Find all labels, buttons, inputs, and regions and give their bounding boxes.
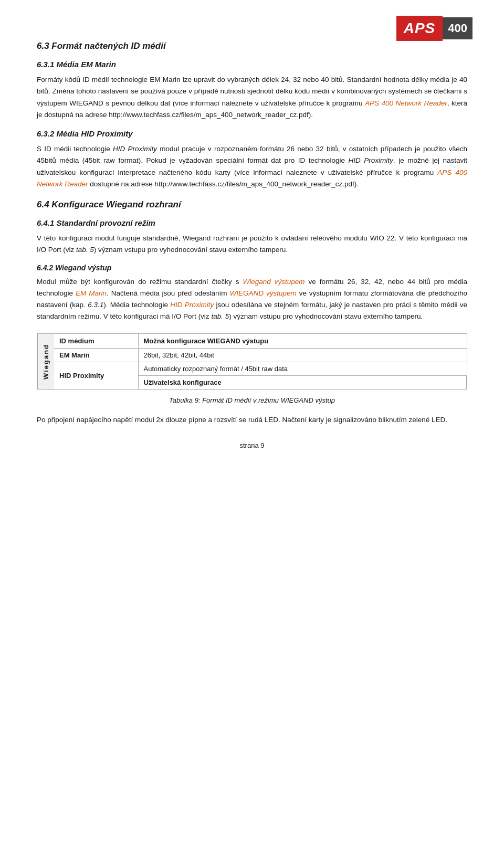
section-6-4-2-title: 6.4.2 Wiegand výstup xyxy=(37,264,467,272)
em-marin-config: 26bit, 32bit, 42bit, 44bit xyxy=(138,348,467,362)
wiegand-table-wrapper: Wiegand ID médium Možná konfigurace WIEG… xyxy=(37,333,467,390)
section-6-4-2-text7: ) význam vstupu pro vyhodnocování stavu … xyxy=(229,312,423,320)
section-6-4-2-em-marin: EM Marin xyxy=(76,289,107,297)
section-6-3-1-aps-link: APS 400 Network Reader xyxy=(365,99,447,107)
section-6-4-1-text2: ) význam vstupu pro vyhodnocování stavu … xyxy=(94,246,288,254)
col1-header: ID médium xyxy=(54,334,138,349)
section-6-4-2-text5: ). Média technologie xyxy=(103,301,170,309)
section-6-4-2-hid: HID Proximity xyxy=(170,301,214,309)
section-6-4-2-tab-ref: tab. 5 xyxy=(211,312,229,320)
section-6-3-title: 6.3 Formát načtených ID médií xyxy=(37,41,467,51)
hid-config-2: Uživatelská konfigurace xyxy=(138,375,467,389)
em-marin-label: EM Marin xyxy=(54,348,138,362)
section-6-4-2-text3: . Načtená média jsou před odesláním xyxy=(107,289,230,297)
page: APS 400 6.3 Formát načtených ID médií 6.… xyxy=(0,0,504,491)
section-6-4-title: 6.4 Konfigurace Wiegand rozhraní xyxy=(37,199,467,210)
section-6-4-2-wiegand2: WIEGAND výstupem xyxy=(229,289,296,297)
section-6-4-1-para: V této konfiguraci modul funguje standar… xyxy=(37,233,467,256)
section-6-3-2-text5: ). xyxy=(354,180,359,188)
section-6-3-1-para: Formáty kódů ID médií technologie EM Mar… xyxy=(37,74,467,121)
hid-proximity-label: HID Proximity xyxy=(54,362,138,389)
logo-aps: APS xyxy=(396,16,443,41)
section-6-3-2-url: http://www.techfass.cz/files/m_aps_400_n… xyxy=(154,180,354,188)
logo-400: 400 xyxy=(443,17,472,39)
table-inner: ID médium Možná konfigurace WIEGAND výst… xyxy=(54,334,467,389)
section-6-4-2-para: Modul může být konfigurován do režimu st… xyxy=(37,276,467,323)
section-6-4-1-tab-ref: tab. 5 xyxy=(76,246,94,254)
section-6-4-2-kap-ref: 6.3.1 xyxy=(88,301,103,309)
hid-row-1: HID Proximity Automaticky rozpoznaný for… xyxy=(54,362,467,375)
section-6-3-2-title: 6.3.2 Média HID Proximity xyxy=(37,129,467,138)
closing-para: Po připojení napájecího napětí modul 2x … xyxy=(37,414,467,426)
section-6-4-2-text1: Modul může být konfigurován do režimu st… xyxy=(37,278,243,286)
section-6-3-1-para-end: ). xyxy=(309,111,313,119)
section-6-3-2-text4: dostupné na adrese xyxy=(88,180,155,188)
wiegand-table: ID médium Možná konfigurace WIEGAND výst… xyxy=(54,334,467,389)
section-6-4-2-wiegand1: Wiegand výstupem xyxy=(243,278,305,286)
section-6-4-1-title: 6.4.1 Standardní provozní režim xyxy=(37,218,467,227)
col2-header: Možná konfigurace WIEGAND výstupu xyxy=(138,334,467,349)
section-6-3-1-url: http://www.techfass.cz/files/m_aps_400_n… xyxy=(109,111,308,119)
logo-area: APS 400 xyxy=(396,16,472,41)
wiegand-label: Wiegand xyxy=(37,334,54,389)
section-6-3-2-text1: S ID médii technologie xyxy=(37,145,113,153)
table-caption: Tabulka 9: Formát ID médií v režimu WIEG… xyxy=(37,395,467,406)
section-6-3-2-para: S ID médii technologie HID Proximity mod… xyxy=(37,143,467,190)
em-marin-row: EM Marin 26bit, 32bit, 42bit, 44bit xyxy=(54,348,467,362)
page-number: strana 9 xyxy=(37,441,467,449)
section-6-3-2-hid2: HID Proximity xyxy=(349,156,393,164)
hid-config-1: Automaticky rozpoznaný formát / 45bit ra… xyxy=(138,362,467,375)
logo-box: APS 400 xyxy=(396,16,472,41)
section-6-3-1-title: 6.3.1 Média EM Marin xyxy=(37,60,467,69)
section-6-3-2-hid1: HID Proximity xyxy=(113,145,157,153)
